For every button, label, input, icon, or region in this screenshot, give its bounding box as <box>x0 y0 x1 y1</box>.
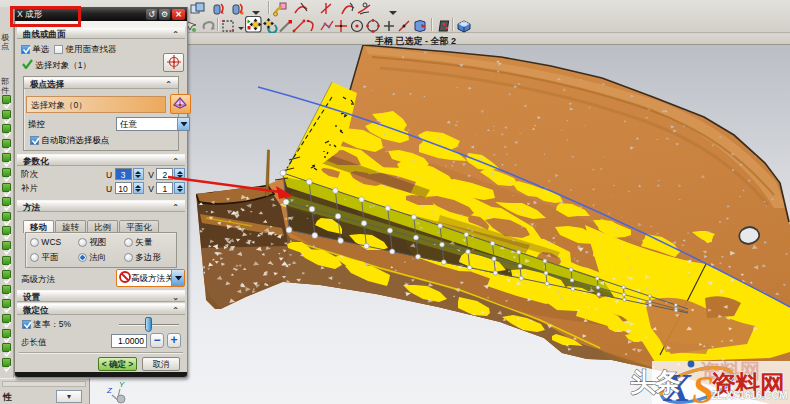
svg-text:ZL.XS1616.COM: ZL.XS1616.COM <box>711 390 788 401</box>
svg-text:头条: 头条 <box>630 367 681 397</box>
